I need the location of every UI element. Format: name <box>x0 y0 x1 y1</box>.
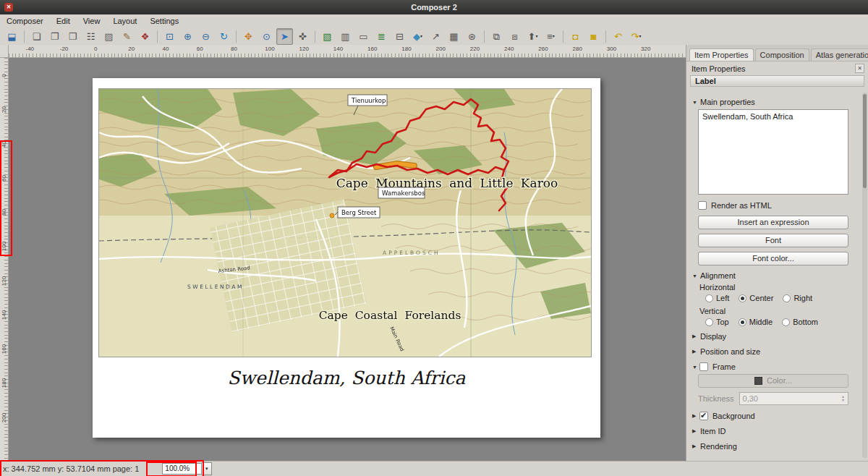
zoom-in-icon[interactable]: ⊕ <box>179 28 196 45</box>
radio-top[interactable]: Top <box>705 318 729 326</box>
ruler-mark: 280 <box>573 46 582 52</box>
menu-view[interactable]: View <box>77 15 107 27</box>
font-button[interactable]: Font <box>698 234 848 247</box>
radio-right[interactable]: Right <box>783 294 812 302</box>
group-items-icon[interactable]: ⧉ <box>488 28 505 45</box>
title-bar: Composer 2 <box>0 0 868 14</box>
add-attribute-table-icon[interactable]: ▦ <box>446 28 462 45</box>
composer-manager-icon[interactable]: ❒ <box>64 28 81 45</box>
ruler-mark: 100 <box>265 46 274 52</box>
menu-composer[interactable]: Composer <box>0 15 50 27</box>
ruler-mark: 120 <box>1 275 7 286</box>
label-text-input[interactable]: Swellendam, South Africa <box>698 109 848 195</box>
panel-content: Main properties Swellendam, South Africa… <box>686 93 861 461</box>
add-basic-shape-icon[interactable]: ◆▾ <box>409 28 426 45</box>
insert-expression-button[interactable]: Insert an expression <box>698 216 848 229</box>
section-main-properties[interactable]: Main properties <box>692 96 859 108</box>
font-color-button[interactable]: Font color... <box>698 252 848 265</box>
menu-layout[interactable]: Layout <box>106 15 143 27</box>
section-display[interactable]: Display <box>692 331 859 342</box>
render-as-html-row: Render as HTML <box>698 201 861 210</box>
raise-selected-items-icon[interactable]: ⬆▾ <box>524 28 541 45</box>
add-image-icon[interactable]: ▥ <box>337 28 354 45</box>
composition-canvas[interactable]: SWELLENDAM Ashton Road Main Road APPELBO… <box>9 58 686 461</box>
refresh-view-icon[interactable]: ↻ <box>216 28 232 45</box>
background-checkbox[interactable] <box>699 412 708 420</box>
vertical-alignment-group: TopMiddleBottom <box>705 318 861 326</box>
section-item-id[interactable]: Item ID <box>692 425 859 437</box>
ruler-mark: 260 <box>538 46 548 52</box>
render-as-html-checkbox[interactable] <box>698 201 707 210</box>
tab-composition[interactable]: Composition <box>755 48 809 61</box>
section-frame[interactable]: Frame <box>692 361 859 373</box>
add-arrow-icon[interactable]: ↗ <box>427 28 444 45</box>
zoom-full-icon[interactable]: ⊡ <box>161 28 178 45</box>
undo-icon[interactable]: ↶ <box>610 28 626 45</box>
pan-icon[interactable]: ✥ <box>240 28 257 45</box>
align-selected-items-icon[interactable]: ≡▾ <box>542 28 559 45</box>
panel-close-icon[interactable] <box>855 64 864 73</box>
add-new-label-icon[interactable]: ▭ <box>355 28 372 45</box>
right-panel: Item Properties Composition Atlas genera… <box>686 45 868 461</box>
ruler-mark: -20 <box>60 46 69 52</box>
radio-center[interactable]: Center <box>739 294 773 302</box>
section-rendering[interactable]: Rendering <box>692 441 859 452</box>
section-alignment[interactable]: Alignment <box>692 270 859 281</box>
redo-icon[interactable]: ↷▾ <box>628 28 644 45</box>
ruler-corner <box>0 45 9 58</box>
lock-selected-items-icon[interactable]: ◘ <box>567 28 584 45</box>
radio-middle[interactable]: Middle <box>739 318 773 326</box>
section-position-size[interactable]: Position and size <box>692 346 859 357</box>
add-new-map-icon[interactable]: ▧ <box>319 28 336 45</box>
zoom-out-icon[interactable]: ⊖ <box>197 28 214 45</box>
unlock-all-items-icon[interactable]: ◙ <box>585 28 602 45</box>
section-background[interactable]: Background <box>692 410 859 422</box>
ruler-mark: 300 <box>607 46 616 52</box>
ruler-mark: 140 <box>1 309 7 320</box>
export-as-svg-icon[interactable]: ✎ <box>119 28 135 45</box>
ungroup-items-icon[interactable]: ⧈ <box>506 28 523 45</box>
radio-left[interactable]: Left <box>705 294 729 302</box>
add-html-frame-icon[interactable]: ⊛ <box>464 28 480 45</box>
page[interactable]: SWELLENDAM Ashton Road Main Road APPELBO… <box>93 78 600 438</box>
spinner-arrows-icon[interactable] <box>838 395 848 402</box>
zoom-tool-icon[interactable]: ⊙ <box>258 28 275 45</box>
select-move-item-icon[interactable]: ➤ <box>276 28 293 45</box>
zoom-input[interactable]: 100.0% <box>162 463 202 475</box>
callout-berg-street: Berg Street <box>341 209 377 216</box>
menu-edit[interactable]: Edit <box>50 15 77 27</box>
print-icon[interactable]: ☷ <box>82 28 99 45</box>
status-bar: x: 344.752 mm y: 53.7104 mm page: 1 100.… <box>0 461 868 476</box>
thickness-spinner[interactable]: 0,30 <box>739 392 848 405</box>
label-item[interactable]: Swellendam, South Africa <box>93 367 600 388</box>
new-composer-icon[interactable]: ❏ <box>28 28 45 45</box>
export-as-pdf-icon[interactable]: ❖ <box>137 28 153 45</box>
add-new-legend-icon[interactable]: ≣ <box>373 28 390 45</box>
ruler-mark: 20 <box>128 46 135 52</box>
panel-scrollbar[interactable] <box>862 93 867 458</box>
toolbar-separator <box>605 30 606 43</box>
save-project-icon[interactable]: ⬓ <box>4 28 20 45</box>
panel-title: Item Properties <box>692 64 746 73</box>
map-item[interactable]: SWELLENDAM Ashton Road Main Road APPELBO… <box>98 88 592 357</box>
ruler-mark: -40 <box>26 46 35 52</box>
window-close-icon[interactable] <box>4 3 13 12</box>
ruler-vertical: 020406080100120140160180200 <box>0 58 9 461</box>
tab-item-properties[interactable]: Item Properties <box>689 48 754 61</box>
radio-circle-icon <box>705 318 713 326</box>
scrollbar-thumb[interactable] <box>863 94 867 188</box>
radio-circle-icon <box>705 294 713 302</box>
frame-checkbox[interactable] <box>699 362 708 371</box>
radio-bottom[interactable]: Bottom <box>782 318 818 326</box>
ruler-mark: 20 <box>1 104 7 116</box>
move-item-content-icon[interactable]: ✜ <box>294 28 311 45</box>
add-new-scalebar-icon[interactable]: ⊟ <box>391 28 408 45</box>
duplicate-composer-icon[interactable]: ❐ <box>46 28 63 45</box>
ruler-mark: 240 <box>504 46 514 52</box>
export-as-image-icon[interactable]: ▨ <box>101 28 117 45</box>
tab-atlas-generation[interactable]: Atlas generation <box>811 48 868 61</box>
zoom-dropdown-icon[interactable] <box>202 462 212 475</box>
frame-color-button[interactable]: Color... <box>698 374 848 388</box>
radio-circle-icon <box>739 318 746 326</box>
menu-settings[interactable]: Settings <box>143 15 185 27</box>
